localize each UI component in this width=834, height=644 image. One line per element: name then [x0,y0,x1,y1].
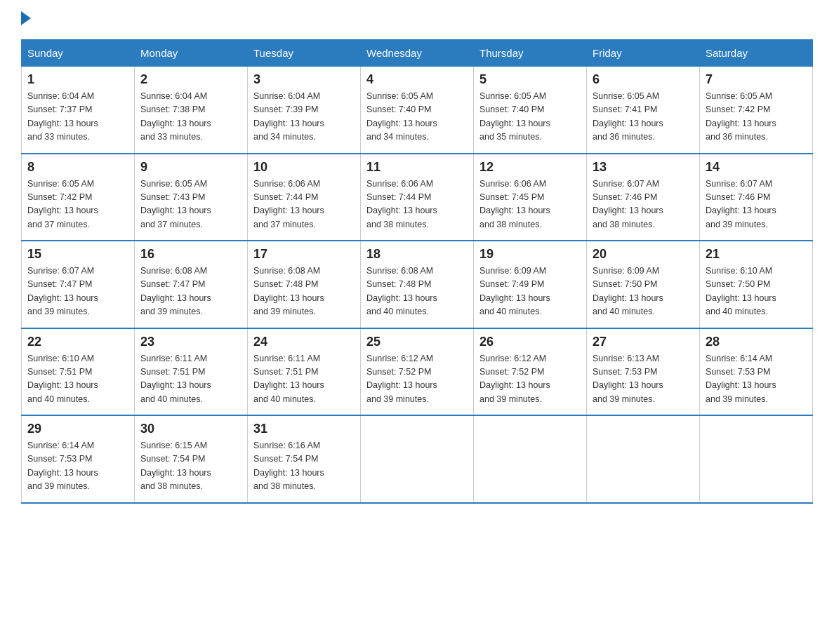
day-number: 14 [706,160,807,175]
calendar-table: SundayMondayTuesdayWednesdayThursdayFrid… [21,39,813,504]
logo [21,14,31,25]
day-info: Sunrise: 6:05 AMSunset: 7:41 PMDaylight:… [593,90,694,145]
calendar-cell: 17Sunrise: 6:08 AMSunset: 7:48 PMDayligh… [248,241,361,328]
day-info: Sunrise: 6:14 AMSunset: 7:53 PMDaylight:… [27,439,128,494]
day-number: 11 [366,160,468,175]
calendar-cell: 14Sunrise: 6:07 AMSunset: 7:46 PMDayligh… [700,154,813,241]
day-info: Sunrise: 6:09 AMSunset: 7:49 PMDaylight:… [479,264,581,319]
day-info: Sunrise: 6:09 AMSunset: 7:50 PMDaylight:… [593,264,694,319]
day-number: 27 [593,335,694,349]
calendar-cell: 15Sunrise: 6:07 AMSunset: 7:47 PMDayligh… [22,241,135,328]
calendar-cell [700,415,813,503]
calendar-cell: 6Sunrise: 6:05 AMSunset: 7:41 PMDaylight… [587,67,700,154]
day-info: Sunrise: 6:11 AMSunset: 7:51 PMDaylight:… [140,352,241,407]
day-number: 28 [706,335,807,349]
calendar-week-2: 8Sunrise: 6:05 AMSunset: 7:42 PMDaylight… [22,154,813,241]
day-info: Sunrise: 6:07 AMSunset: 7:46 PMDaylight:… [593,177,694,232]
calendar-cell: 20Sunrise: 6:09 AMSunset: 7:50 PMDayligh… [587,241,700,328]
day-number: 9 [140,160,241,175]
calendar-cell: 24Sunrise: 6:11 AMSunset: 7:51 PMDayligh… [248,328,361,416]
day-info: Sunrise: 6:05 AMSunset: 7:40 PMDaylight:… [366,90,468,145]
calendar-week-4: 22Sunrise: 6:10 AMSunset: 7:51 PMDayligh… [22,328,813,416]
day-info: Sunrise: 6:05 AMSunset: 7:42 PMDaylight:… [27,177,128,232]
calendar-cell: 29Sunrise: 6:14 AMSunset: 7:53 PMDayligh… [22,415,135,503]
header-cell-tuesday: Tuesday [248,40,361,67]
calendar-cell: 2Sunrise: 6:04 AMSunset: 7:38 PMDaylight… [135,67,248,154]
day-number: 1 [27,72,128,87]
header-cell-saturday: Saturday [700,40,813,67]
calendar-body: 1Sunrise: 6:04 AMSunset: 7:37 PMDaylight… [22,67,813,503]
header-cell-wednesday: Wednesday [361,40,474,67]
day-number: 5 [479,72,581,87]
calendar-cell: 7Sunrise: 6:05 AMSunset: 7:42 PMDaylight… [700,67,813,154]
calendar-cell: 16Sunrise: 6:08 AMSunset: 7:47 PMDayligh… [135,241,248,328]
day-info: Sunrise: 6:08 AMSunset: 7:48 PMDaylight:… [366,264,468,319]
logo-arrow-icon [21,11,31,25]
calendar-cell: 27Sunrise: 6:13 AMSunset: 7:53 PMDayligh… [587,328,700,416]
calendar-header: SundayMondayTuesdayWednesdayThursdayFrid… [22,40,813,67]
day-info: Sunrise: 6:12 AMSunset: 7:52 PMDaylight:… [479,352,581,407]
header-cell-thursday: Thursday [474,40,587,67]
day-info: Sunrise: 6:14 AMSunset: 7:53 PMDaylight:… [706,352,807,407]
day-number: 4 [366,72,468,87]
calendar-cell: 11Sunrise: 6:06 AMSunset: 7:44 PMDayligh… [361,154,474,241]
day-info: Sunrise: 6:04 AMSunset: 7:37 PMDaylight:… [27,90,128,145]
day-number: 13 [593,160,694,175]
day-info: Sunrise: 6:04 AMSunset: 7:38 PMDaylight:… [140,90,241,145]
day-info: Sunrise: 6:04 AMSunset: 7:39 PMDaylight:… [253,90,355,145]
day-number: 25 [366,335,468,349]
day-info: Sunrise: 6:06 AMSunset: 7:45 PMDaylight:… [479,177,581,232]
calendar-cell: 13Sunrise: 6:07 AMSunset: 7:46 PMDayligh… [587,154,700,241]
calendar-cell: 10Sunrise: 6:06 AMSunset: 7:44 PMDayligh… [248,154,361,241]
calendar-week-5: 29Sunrise: 6:14 AMSunset: 7:53 PMDayligh… [22,415,813,503]
calendar-cell: 12Sunrise: 6:06 AMSunset: 7:45 PMDayligh… [474,154,587,241]
day-number: 12 [479,160,581,175]
calendar-cell: 19Sunrise: 6:09 AMSunset: 7:49 PMDayligh… [474,241,587,328]
calendar-cell [474,415,587,503]
calendar-cell [587,415,700,503]
calendar-cell [361,415,474,503]
day-number: 23 [140,335,241,349]
header-cell-monday: Monday [135,40,248,67]
header-cell-sunday: Sunday [22,40,135,67]
day-info: Sunrise: 6:05 AMSunset: 7:40 PMDaylight:… [479,90,581,145]
calendar-cell: 31Sunrise: 6:16 AMSunset: 7:54 PMDayligh… [248,415,361,503]
day-info: Sunrise: 6:05 AMSunset: 7:42 PMDaylight:… [706,90,807,145]
day-number: 21 [706,247,807,262]
day-number: 31 [253,422,355,436]
day-number: 8 [27,160,128,175]
day-info: Sunrise: 6:06 AMSunset: 7:44 PMDaylight:… [253,177,355,232]
calendar-cell: 25Sunrise: 6:12 AMSunset: 7:52 PMDayligh… [361,328,474,416]
day-number: 18 [366,247,468,262]
day-info: Sunrise: 6:10 AMSunset: 7:51 PMDaylight:… [27,352,128,407]
calendar-week-3: 15Sunrise: 6:07 AMSunset: 7:47 PMDayligh… [22,241,813,328]
day-number: 29 [27,422,128,436]
day-number: 15 [27,247,128,262]
day-number: 3 [253,72,355,87]
day-info: Sunrise: 6:08 AMSunset: 7:48 PMDaylight:… [253,264,355,319]
calendar-cell: 26Sunrise: 6:12 AMSunset: 7:52 PMDayligh… [474,328,587,416]
day-info: Sunrise: 6:08 AMSunset: 7:47 PMDaylight:… [140,264,241,319]
calendar-cell: 30Sunrise: 6:15 AMSunset: 7:54 PMDayligh… [135,415,248,503]
day-number: 16 [140,247,241,262]
calendar-cell: 8Sunrise: 6:05 AMSunset: 7:42 PMDaylight… [22,154,135,241]
day-number: 19 [479,247,581,262]
calendar-cell: 28Sunrise: 6:14 AMSunset: 7:53 PMDayligh… [700,328,813,416]
calendar-cell: 4Sunrise: 6:05 AMSunset: 7:40 PMDaylight… [361,67,474,154]
day-number: 7 [706,72,807,87]
day-info: Sunrise: 6:16 AMSunset: 7:54 PMDaylight:… [253,439,355,494]
calendar-week-1: 1Sunrise: 6:04 AMSunset: 7:37 PMDaylight… [22,67,813,154]
day-number: 6 [593,72,694,87]
day-info: Sunrise: 6:06 AMSunset: 7:44 PMDaylight:… [366,177,468,232]
day-info: Sunrise: 6:12 AMSunset: 7:52 PMDaylight:… [366,352,468,407]
calendar-cell: 22Sunrise: 6:10 AMSunset: 7:51 PMDayligh… [22,328,135,416]
day-number: 26 [479,335,581,349]
page-header [21,14,813,25]
day-number: 22 [27,335,128,349]
calendar-cell: 5Sunrise: 6:05 AMSunset: 7:40 PMDaylight… [474,67,587,154]
header-cell-friday: Friday [587,40,700,67]
day-info: Sunrise: 6:05 AMSunset: 7:43 PMDaylight:… [140,177,241,232]
calendar-cell: 9Sunrise: 6:05 AMSunset: 7:43 PMDaylight… [135,154,248,241]
calendar-cell: 1Sunrise: 6:04 AMSunset: 7:37 PMDaylight… [22,67,135,154]
day-number: 10 [253,160,355,175]
